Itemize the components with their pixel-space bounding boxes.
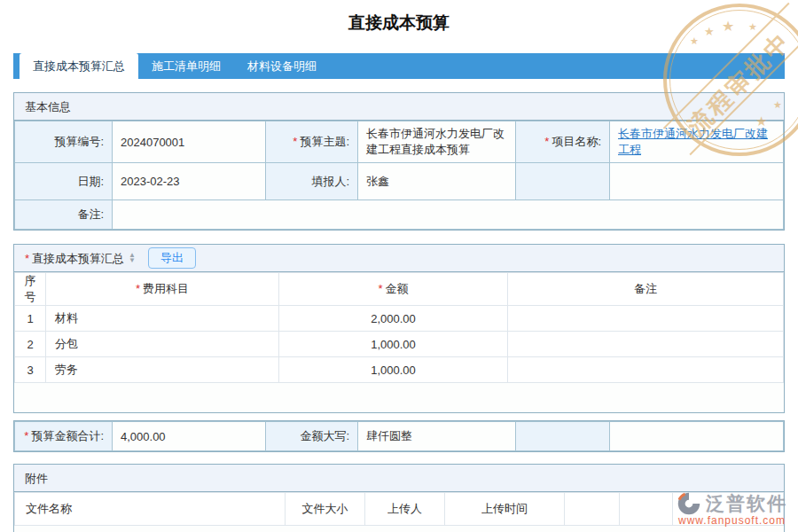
attachments-panel: 附件 文件名称 文件大小 上传人 上传时间 — [13, 464, 785, 532]
attachments-table: 文件名称 文件大小 上传人 上传时间 — [14, 492, 784, 526]
row-no: 2 — [15, 332, 46, 357]
subject-label: *预算主题: — [266, 121, 358, 163]
cost-summary-title: 直接成本预算汇总 — [32, 245, 124, 272]
basic-info-table: 预算编号: 2024070001 *预算主题: 长春市伊通河水力发电厂改建工程直… — [14, 121, 784, 230]
empty-label-cell — [516, 422, 610, 451]
required-marker: * — [25, 245, 29, 272]
page: 直接成本预算 流程审批中 ★ ★ ★ ★ ★ ★ 直接成本预算汇总 施工清单明细… — [0, 0, 798, 532]
empty-cell — [565, 493, 620, 526]
date-value: 2023-02-23 — [113, 163, 266, 200]
row-amount: 1,000.00 — [279, 332, 508, 357]
attachments-header: 附件 — [14, 465, 784, 492]
table-row[interactable]: 2 分包 1,000.00 — [15, 332, 784, 357]
remark-value — [113, 200, 784, 230]
required-marker: * — [24, 429, 28, 442]
required-marker: * — [293, 135, 297, 148]
tab-bar: 直接成本预算汇总 施工清单明细 材料设备明细 — [13, 53, 785, 79]
col-uploader: 上传人 — [365, 493, 445, 526]
export-button[interactable]: 导出 — [148, 247, 196, 269]
project-link[interactable]: 长春市伊通河水力发电厂改建工程 — [618, 127, 768, 156]
fanpu-logo: 泛普软件 www.fanpusoft.com — [677, 491, 787, 527]
table-row[interactable]: 3 劳务 1,000.00 — [15, 357, 784, 383]
cost-summary-panel: * 直接成本预算汇总 ▲▼ 导出 序号 *费用科目 *金额 备注 1 材料 2,… — [13, 244, 785, 413]
table-empty-area — [14, 383, 784, 412]
attachments-title: 附件 — [25, 465, 48, 492]
tab-construction-list-detail[interactable]: 施工清单明细 — [138, 53, 234, 79]
fanpu-logo-icon — [677, 491, 701, 516]
total-amount-value: 4,000.00 — [113, 422, 266, 451]
row-remark — [508, 332, 784, 357]
budget-no-value: 2024070001 — [113, 121, 266, 163]
reporter-label: 填报人: — [266, 163, 358, 200]
project-label: *项目名称: — [516, 121, 610, 163]
tab-material-equipment-detail[interactable]: 材料设备明细 — [234, 53, 330, 79]
fanpu-logo-text: 泛普软件 — [706, 491, 787, 516]
empty-value-cell — [610, 163, 784, 200]
required-marker: * — [378, 282, 382, 295]
tab-direct-cost-summary[interactable]: 直接成本预算汇总 — [20, 53, 138, 79]
basic-info-panel: 基本信息 预算编号: 2024070001 *预算主题: 长春市伊通河水力发电厂… — [13, 92, 785, 231]
cost-table: 序号 *费用科目 *金额 备注 1 材料 2,000.00 2 分包 1,000… — [14, 272, 784, 383]
date-label: 日期: — [15, 163, 113, 200]
col-amount: *金额 — [279, 273, 508, 306]
attachments-empty-area — [14, 526, 784, 532]
total-amount-label: *预算金额合计: — [15, 422, 113, 451]
col-file-size: 文件大小 — [286, 493, 365, 526]
table-row[interactable]: 1 材料 2,000.00 — [15, 306, 784, 332]
col-subject: *费用科目 — [46, 273, 279, 306]
col-no: 序号 — [15, 273, 46, 306]
remark-label: 备注: — [15, 200, 113, 230]
sort-icon[interactable]: ▲▼ — [129, 253, 136, 263]
col-upload-time: 上传时间 — [445, 493, 565, 526]
row-no: 3 — [15, 357, 46, 383]
empty-cell — [620, 493, 673, 526]
amount-caps-value: 肆仟圆整 — [358, 422, 516, 451]
row-subject: 材料 — [46, 306, 279, 332]
row-subject: 劳务 — [46, 357, 279, 383]
empty-label-cell — [516, 163, 610, 200]
amount-caps-label: 金额大写: — [266, 422, 358, 451]
row-remark — [508, 357, 784, 383]
page-title: 直接成本预算 — [0, 0, 798, 35]
subject-value: 长春市伊通河水力发电厂改建工程直接成本预算 — [358, 121, 516, 163]
star-icon: ★ — [690, 35, 699, 47]
row-no: 1 — [15, 306, 46, 332]
required-marker: * — [544, 135, 549, 148]
row-amount: 1,000.00 — [279, 357, 508, 383]
row-remark — [508, 306, 784, 332]
fanpu-logo-url: www.fanpusoft.com — [677, 514, 787, 527]
required-marker: * — [136, 282, 140, 295]
basic-info-header: 基本信息 — [14, 93, 784, 121]
totals-table: *预算金额合计: 4,000.00 金额大写: 肆仟圆整 — [14, 421, 784, 451]
totals-strip: *预算金额合计: 4,000.00 金额大写: 肆仟圆整 — [13, 420, 785, 452]
row-amount: 2,000.00 — [279, 306, 508, 332]
cost-summary-header: * 直接成本预算汇总 ▲▼ 导出 — [14, 245, 784, 272]
reporter-value: 张鑫 — [358, 163, 516, 200]
empty-value-cell — [610, 422, 784, 451]
basic-info-title: 基本信息 — [25, 93, 71, 121]
row-subject: 分包 — [46, 332, 279, 357]
budget-no-label: 预算编号: — [15, 121, 113, 163]
col-file-name: 文件名称 — [15, 493, 286, 526]
project-value-cell: 长春市伊通河水力发电厂改建工程 — [610, 121, 784, 163]
col-remark: 备注 — [508, 273, 784, 306]
